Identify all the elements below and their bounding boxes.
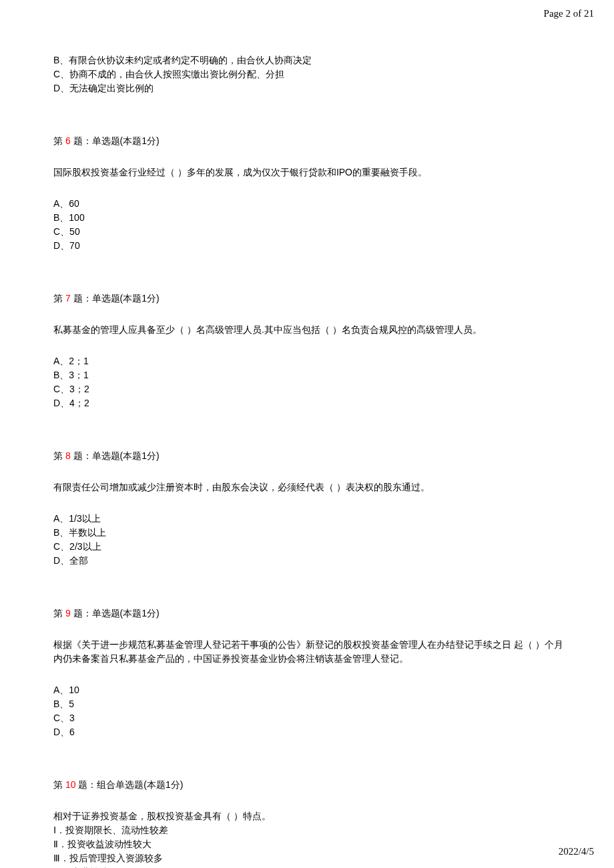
question-text: 私募基金的管理人应具备至少（ ）名高级管理人员.其中应当包括（ ）名负责合规风控… — [53, 323, 567, 337]
question-8: 第 8 题：单选题(本题1分) 有限责任公司增加或减少注册资本时，由股东会决议，… — [53, 449, 567, 568]
page-header: Page 2 of 21 — [544, 8, 594, 19]
question-prefix: 第 — [53, 450, 65, 461]
option-c: C、3；2 — [53, 382, 567, 396]
page-footer: 2022/4/5 — [559, 846, 594, 857]
question-number: 6 — [65, 135, 71, 146]
question-number: 9 — [65, 608, 71, 618]
option-d: D、4；2 — [53, 396, 567, 410]
option-a: A、10 — [53, 683, 567, 697]
question-prefix: 第 — [53, 135, 65, 146]
option-c: C、3 — [53, 711, 567, 725]
page-number-label: Page 2 of 21 — [544, 8, 594, 19]
option-d: D、6 — [53, 725, 567, 739]
question-suffix: 题：单选题(本题1分) — [71, 608, 160, 618]
question-statements: Ⅰ．投资期限长、流动性较差 Ⅱ．投资收益波动性较大 Ⅲ．投后管理投入资源较多 Ⅳ… — [53, 823, 567, 868]
question-9: 第 9 题：单选题(本题1分) 根据《关于进一步规范私募基金管理人登记若干事项的… — [53, 606, 567, 739]
option-d: D、70 — [53, 239, 567, 253]
question-options: A、1/3以上 B、半数以上 C、2/3以上 D、全部 — [53, 512, 567, 568]
statement-4: Ⅳ．专业性较强 — [53, 865, 567, 868]
question-options: A、2；1 B、3；1 C、3；2 D、4；2 — [53, 354, 567, 410]
question-suffix: 题：组合单选题(本题1分) — [75, 779, 183, 790]
option-c: C、50 — [53, 225, 567, 239]
document-content: B、有限合伙协议未约定或者约定不明确的，由合伙人协商决定 C、协商不成的，由合伙… — [53, 53, 567, 868]
option-c: C、协商不成的，由合伙人按照实缴出资比例分配、分担 — [53, 67, 567, 81]
question-text: 相对于证券投资基金，股权投资基金具有（ ）特点。 — [53, 809, 567, 823]
question-10: 第 10 题：组合单选题(本题1分) 相对于证券投资基金，股权投资基金具有（ ）… — [53, 778, 567, 868]
question-7: 第 7 题：单选题(本题1分) 私募基金的管理人应具备至少（ ）名高级管理人员.… — [53, 292, 567, 410]
option-a: A、2；1 — [53, 354, 567, 368]
question-options: A、10 B、5 C、3 D、6 — [53, 683, 567, 739]
question-text: 根据《关于进一步规范私募基金管理人登记若干事项的公告》新登记的股权投资基金管理人… — [53, 638, 567, 666]
option-b: B、5 — [53, 697, 567, 711]
question-header: 第 8 题：单选题(本题1分) — [53, 449, 567, 463]
question-text: 国际股权投资基金行业经过（ ）多年的发展，成为仅次于银行贷款和IPO的重要融资手… — [53, 165, 567, 179]
question-suffix: 题：单选题(本题1分) — [71, 450, 160, 461]
statement-1: Ⅰ．投资期限长、流动性较差 — [53, 823, 567, 837]
option-d: D、全部 — [53, 554, 567, 568]
question-text: 有限责任公司增加或减少注册资本时，由股东会决议，必须经代表（ ）表决权的股东通过… — [53, 480, 567, 494]
question-header: 第 7 题：单选题(本题1分) — [53, 292, 567, 306]
footer-date: 2022/4/5 — [559, 846, 594, 857]
question-header: 第 9 题：单选题(本题1分) — [53, 606, 567, 620]
question-number: 10 — [65, 779, 76, 790]
question-prefix: 第 — [53, 293, 65, 304]
statement-3: Ⅲ．投后管理投入资源较多 — [53, 851, 567, 865]
option-d: D、无法确定出资比例的 — [53, 81, 567, 95]
option-b: B、100 — [53, 211, 567, 225]
question-header: 第 10 题：组合单选题(本题1分) — [53, 778, 567, 792]
question-header: 第 6 题：单选题(本题1分) — [53, 134, 567, 148]
statement-2: Ⅱ．投资收益波动性较大 — [53, 837, 567, 851]
q5-partial-options: B、有限合伙协议未约定或者约定不明确的，由合伙人协商决定 C、协商不成的，由合伙… — [53, 53, 567, 95]
question-suffix: 题：单选题(本题1分) — [71, 293, 160, 304]
question-suffix: 题：单选题(本题1分) — [71, 135, 160, 146]
option-a: A、60 — [53, 197, 567, 211]
question-prefix: 第 — [53, 779, 65, 790]
option-b: B、半数以上 — [53, 526, 567, 540]
question-6: 第 6 题：单选题(本题1分) 国际股权投资基金行业经过（ ）多年的发展，成为仅… — [53, 134, 567, 253]
question-options: A、60 B、100 C、50 D、70 — [53, 197, 567, 253]
question-number: 7 — [65, 293, 71, 304]
option-b: B、3；1 — [53, 368, 567, 382]
option-b: B、有限合伙协议未约定或者约定不明确的，由合伙人协商决定 — [53, 53, 567, 67]
option-c: C、2/3以上 — [53, 540, 567, 554]
option-a: A、1/3以上 — [53, 512, 567, 526]
question-number: 8 — [65, 450, 71, 461]
question-prefix: 第 — [53, 608, 65, 618]
